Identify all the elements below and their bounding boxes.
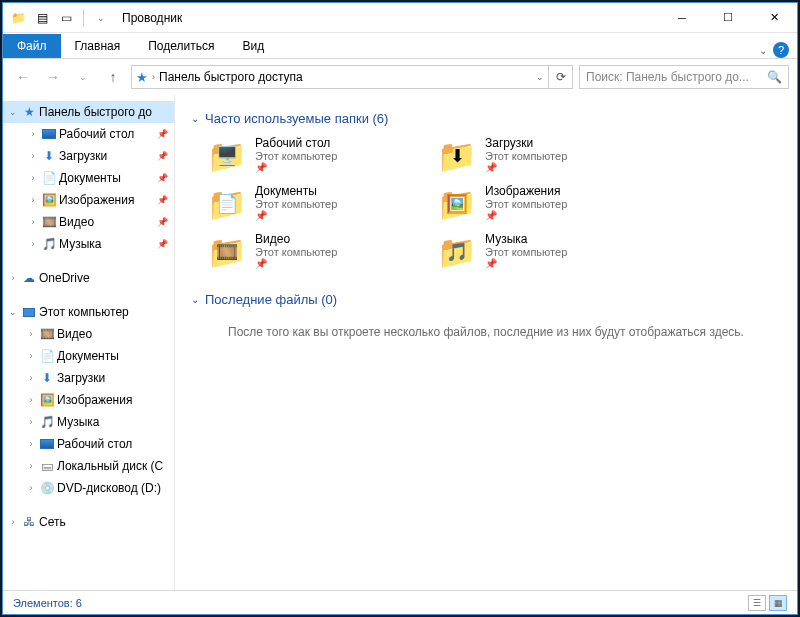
group-label: Часто используемые папки (6) [205, 111, 388, 126]
expand-icon[interactable]: › [27, 217, 39, 227]
tree-label: Рабочий стол [59, 127, 134, 141]
nav-forward-button[interactable]: → [41, 65, 65, 89]
address-dropdown-icon[interactable]: ⌄ [536, 72, 544, 82]
tree-onedrive[interactable]: › ☁ OneDrive [3, 267, 174, 289]
expand-icon[interactable]: › [25, 395, 37, 405]
download-icon: ⬇ [39, 370, 55, 386]
tree-item[interactable]: ›📄Документы📌 [3, 167, 174, 189]
folder-item[interactable]: 📁🖼️ИзображенияЭтот компьютер📌 [437, 184, 647, 224]
tree-item[interactable]: ›🎞️Видео [3, 323, 174, 345]
expand-icon[interactable]: › [27, 239, 39, 249]
monitor-icon [21, 304, 37, 320]
pin-icon: 📌 [157, 129, 168, 139]
titlebar: 📁 ▤ ▭ ⌄ Проводник ─ ☐ ✕ [3, 3, 797, 33]
pin-icon: 📌 [485, 162, 567, 173]
tree-label: Загрузки [59, 149, 107, 163]
nav-up-button[interactable]: ↑ [101, 65, 125, 89]
folder-item[interactable]: 📁🎞️ВидеоЭтот компьютер📌 [207, 232, 417, 272]
pin-icon: 📌 [157, 217, 168, 227]
pin-icon: 📌 [157, 151, 168, 161]
tree-item[interactable]: ›🎞️Видео📌 [3, 211, 174, 233]
breadcrumb-chevron-icon[interactable]: › [152, 72, 155, 82]
qat-properties-icon[interactable]: ▤ [31, 7, 53, 29]
view-icons-button[interactable]: ▦ [769, 595, 787, 611]
item-location: Этот компьютер [485, 150, 567, 162]
expand-icon[interactable]: › [27, 129, 39, 139]
folder-item[interactable]: 📁🖥️Рабочий столЭтот компьютер📌 [207, 136, 417, 176]
tree-label: Изображения [59, 193, 134, 207]
close-button[interactable]: ✕ [751, 3, 797, 33]
pin-icon: 📌 [157, 239, 168, 249]
folder-icon: 📁🖼️ [437, 184, 477, 224]
star-icon: ★ [21, 104, 37, 120]
music-icon: 🎵 [41, 236, 57, 252]
group-frequent-folders[interactable]: ⌄ Часто используемые папки (6) [191, 111, 783, 126]
refresh-button[interactable]: ⟳ [549, 65, 573, 89]
folder-item[interactable]: 📁📄ДокументыЭтот компьютер📌 [207, 184, 417, 224]
tree-label: Панель быстрого до [39, 105, 152, 119]
pin-icon: 📌 [157, 173, 168, 183]
tab-share[interactable]: Поделиться [134, 34, 228, 58]
expand-icon[interactable]: › [25, 329, 37, 339]
expand-icon[interactable]: › [25, 483, 37, 493]
tree-item[interactable]: ›🎵Музыка📌 [3, 233, 174, 255]
nav-recent-dropdown[interactable]: ⌄ [71, 65, 95, 89]
expand-icon[interactable]: › [7, 273, 19, 283]
help-icon[interactable]: ? [773, 42, 789, 58]
qat-dropdown-icon[interactable]: ⌄ [90, 7, 112, 29]
app-icon: 📁 [7, 7, 29, 29]
pin-icon: 📌 [255, 258, 337, 269]
status-bar: Элементов: 6 ☰ ▦ [3, 590, 797, 614]
tree-network[interactable]: › 🖧 Сеть [3, 511, 174, 533]
tree-item[interactable]: ›Рабочий стол [3, 433, 174, 455]
ribbon-tabs: Файл Главная Поделиться Вид ⌄ ? [3, 33, 797, 59]
expand-icon[interactable]: › [27, 151, 39, 161]
item-location: Этот компьютер [255, 198, 337, 210]
desktop-icon [41, 126, 57, 142]
download-icon: ⬇ [41, 148, 57, 164]
tree-item[interactable]: ›💿DVD-дисковод (D:) [3, 477, 174, 499]
folder-icon: 📁🎞️ [207, 232, 247, 272]
tree-item[interactable]: ›Рабочий стол📌 [3, 123, 174, 145]
document-icon: 📄 [41, 170, 57, 186]
expand-icon[interactable]: › [27, 195, 39, 205]
tree-item[interactable]: ›🖼️Изображения📌 [3, 189, 174, 211]
ribbon-expand-icon[interactable]: ⌄ [759, 45, 767, 56]
minimize-button[interactable]: ─ [659, 3, 705, 33]
tree-item[interactable]: ›🎵Музыка [3, 411, 174, 433]
expand-icon[interactable]: › [27, 173, 39, 183]
expand-icon[interactable]: ⌄ [7, 307, 19, 317]
tree-item[interactable]: ›📄Документы [3, 345, 174, 367]
search-placeholder: Поиск: Панель быстрого до... [586, 70, 749, 84]
expand-icon[interactable]: › [25, 351, 37, 361]
view-details-button[interactable]: ☰ [748, 595, 766, 611]
tree-item[interactable]: ›⬇Загрузки [3, 367, 174, 389]
maximize-button[interactable]: ☐ [705, 3, 751, 33]
expand-icon[interactable]: ⌄ [7, 107, 19, 117]
tree-item[interactable]: ›⬇Загрузки📌 [3, 145, 174, 167]
content-pane[interactable]: ⌄ Часто используемые папки (6) 📁🖥️Рабочи… [175, 95, 797, 590]
group-label: Последние файлы (0) [205, 292, 337, 307]
folder-item[interactable]: 📁🎵МузыкаЭтот компьютер📌 [437, 232, 647, 272]
tab-view[interactable]: Вид [228, 34, 278, 58]
folder-item[interactable]: 📁⬇ЗагрузкиЭтот компьютер📌 [437, 136, 647, 176]
expand-icon[interactable]: › [25, 461, 37, 471]
nav-back-button[interactable]: ← [11, 65, 35, 89]
status-count: Элементов: 6 [13, 597, 82, 609]
qat-newfolder-icon[interactable]: ▭ [55, 7, 77, 29]
group-recent-files[interactable]: ⌄ Последние файлы (0) [191, 292, 783, 307]
tab-home[interactable]: Главная [61, 34, 135, 58]
chevron-down-icon: ⌄ [191, 294, 199, 305]
expand-icon[interactable]: › [25, 439, 37, 449]
tree-item[interactable]: ›🖴Локальный диск (C [3, 455, 174, 477]
tree-item[interactable]: ›🖼️Изображения [3, 389, 174, 411]
tree-label: Этот компьютер [39, 305, 129, 319]
search-input[interactable]: Поиск: Панель быстрого до... 🔍 [579, 65, 789, 89]
expand-icon[interactable]: › [25, 373, 37, 383]
tree-this-pc[interactable]: ⌄ Этот компьютер [3, 301, 174, 323]
expand-icon[interactable]: › [25, 417, 37, 427]
tree-quick-access[interactable]: ⌄ ★ Панель быстрого до [3, 101, 174, 123]
address-bar[interactable]: ★ › Панель быстрого доступа ⌄ [131, 65, 549, 89]
tab-file[interactable]: Файл [3, 34, 61, 58]
expand-icon[interactable]: › [7, 517, 19, 527]
